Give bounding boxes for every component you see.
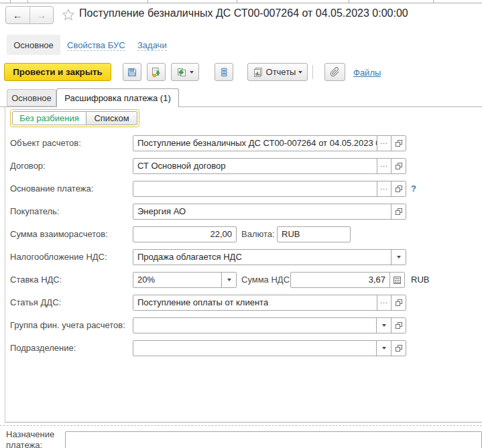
- chevron-down-icon: [298, 71, 302, 74]
- row-settlement-object: Объект расчетов: Поступление безналичных…: [0, 135, 482, 151]
- division-open-button[interactable]: [391, 341, 406, 356]
- row-division: Подразделение:: [0, 340, 482, 356]
- open-in-window-icon: [395, 162, 403, 170]
- settlement-object-open-button[interactable]: [391, 136, 406, 151]
- vat-amount-currency: RUB: [411, 272, 429, 288]
- page-title: Поступление безналичных ДС СТ00-007264 о…: [79, 7, 408, 19]
- currency-value[interactable]: RUB: [278, 227, 350, 242]
- document-window: ← → Поступление безналичных ДС СТ00-0072…: [0, 0, 482, 448]
- vat-amount-input[interactable]: 3,67: [290, 272, 405, 288]
- tab-main[interactable]: Основное: [7, 89, 56, 106]
- history-nav-group: ← →: [5, 6, 54, 24]
- cash-flow-item-value[interactable]: Поступление оплаты от клиента: [133, 295, 377, 310]
- footer-splitter[interactable]: [0, 425, 482, 426]
- vat-taxation-dropdown-button[interactable]: [391, 250, 406, 265]
- division-value[interactable]: [133, 341, 376, 356]
- contract-value[interactable]: СТ Основной договор: [133, 159, 377, 173]
- calculator-icon: [393, 276, 402, 285]
- row-vat-taxation: Налогообложение НДС: Продажа облагается …: [0, 249, 482, 265]
- window-top-edge: [0, 0, 482, 3]
- fin-accounting-group-dropdown-button[interactable]: [376, 318, 391, 333]
- vat-taxation-select[interactable]: Продажа облагается НДС: [133, 249, 406, 265]
- payment-purpose-input[interactable]: [65, 431, 482, 448]
- report-chart-icon: [253, 67, 263, 78]
- create-based-on-icon: [176, 67, 187, 78]
- payment-basis-open-button[interactable]: [391, 181, 406, 196]
- vat-rate-value[interactable]: 20%: [133, 273, 221, 287]
- settlement-amount-input[interactable]: 22,00: [133, 226, 237, 242]
- buyer-open-button[interactable]: [391, 204, 406, 219]
- fin-accounting-group-open-button[interactable]: [391, 318, 406, 333]
- payment-basis-label: Основание платежа:: [10, 181, 93, 197]
- currency-input[interactable]: RUB: [277, 226, 351, 242]
- view-switch-no-split[interactable]: Без разбиения: [12, 111, 86, 125]
- fin-accounting-group-select[interactable]: [133, 317, 406, 333]
- open-in-window-icon: [395, 344, 403, 352]
- payment-basis-input[interactable]: ...: [133, 181, 406, 197]
- settlement-object-input[interactable]: Поступление безналичных ДС СТ00-007264 о…: [133, 135, 406, 151]
- row-cash-flow-item: Статья ДДС: Поступление оплаты от клиент…: [0, 295, 482, 311]
- division-dropdown-button[interactable]: [376, 341, 391, 356]
- vat-rate-dropdown-button[interactable]: [221, 273, 236, 287]
- cash-flow-item-input[interactable]: Поступление оплаты от клиента ...: [133, 295, 406, 311]
- nav-link-tasks[interactable]: Задачи: [137, 40, 167, 51]
- cash-flow-item-open-button[interactable]: [391, 295, 406, 310]
- nav-link-bus-properties[interactable]: Свойства БУС: [67, 40, 125, 51]
- vat-amount-calc-button[interactable]: [389, 273, 404, 287]
- vat-rate-label: Ставка НДС:: [10, 272, 62, 288]
- contract-open-button[interactable]: [391, 159, 406, 173]
- attachments-button[interactable]: [324, 63, 345, 81]
- settlement-object-value[interactable]: Поступление безналичных ДС СТ00-007264 о…: [133, 136, 377, 151]
- vat-amount-value[interactable]: 3,67: [291, 273, 389, 287]
- register-records-button[interactable]: [215, 63, 233, 81]
- settlement-amount-label: Сумма взаиморасчетов:: [10, 226, 108, 242]
- post-document-button[interactable]: [147, 63, 166, 81]
- fin-accounting-group-label: Группа фин. учета расчетов:: [10, 317, 125, 333]
- settlement-amount-value[interactable]: 22,00: [133, 227, 236, 242]
- vat-taxation-value[interactable]: Продажа облагается НДС: [133, 250, 391, 265]
- division-label: Подразделение:: [10, 340, 76, 356]
- post-document-icon: [151, 67, 162, 78]
- buyer-input[interactable]: Энергия АО: [133, 204, 406, 220]
- row-fin-accounting-group: Группа фин. учета расчетов:: [0, 317, 482, 333]
- back-button[interactable]: ←: [6, 7, 29, 23]
- post-and-close-button[interactable]: Провести и закрыть: [4, 63, 111, 81]
- reports-button[interactable]: Отчеты: [247, 63, 308, 81]
- open-in-window-icon: [395, 185, 403, 193]
- chevron-down-icon: [382, 324, 386, 327]
- vat-taxation-label: Налогообложение НДС:: [10, 249, 107, 265]
- division-select[interactable]: [133, 340, 406, 356]
- buyer-value[interactable]: Энергия АО: [133, 204, 391, 219]
- contract-select-button[interactable]: ...: [377, 159, 391, 173]
- fin-accounting-group-value[interactable]: [133, 318, 376, 333]
- settlement-object-select-button[interactable]: ...: [377, 136, 391, 151]
- chevron-down-icon: [227, 279, 231, 281]
- tab-payment-details[interactable]: Расшифровка платежа (1): [56, 88, 179, 107]
- row-contract: Договор: СТ Основной договор ...: [0, 158, 482, 174]
- forward-button[interactable]: →: [29, 7, 54, 23]
- row-vat-rate: Ставка НДС: 20% Сумма НДС: 3,67 RUB: [0, 272, 482, 288]
- payment-basis-select-button[interactable]: ...: [377, 181, 391, 196]
- row-settlement-amount: Сумма взаиморасчетов: 22,00 Валюта: RUB: [0, 226, 482, 242]
- payment-basis-value[interactable]: [133, 181, 377, 196]
- payment-purpose-label: Назначение платежа:: [6, 429, 65, 448]
- contract-input[interactable]: СТ Основной договор ...: [133, 158, 406, 174]
- cash-flow-item-label: Статья ДДС:: [10, 295, 61, 311]
- favorite-star-icon[interactable]: [62, 8, 75, 21]
- payment-basis-help-link[interactable]: ?: [411, 181, 416, 197]
- open-in-window-icon: [395, 208, 403, 216]
- files-link[interactable]: Файлы: [353, 68, 381, 78]
- view-switch-as-list[interactable]: Списком: [86, 111, 137, 125]
- toolbar-separator: [312, 65, 313, 79]
- chevron-down-icon: [382, 347, 386, 350]
- create-based-on-button[interactable]: [171, 63, 199, 81]
- floppy-icon: [127, 67, 137, 78]
- currency-label: Валюта:: [241, 226, 275, 242]
- open-in-window-icon: [395, 139, 403, 147]
- open-in-window-icon: [395, 299, 403, 307]
- nav-tab-main[interactable]: Основное: [7, 35, 60, 55]
- vat-rate-select[interactable]: 20%: [133, 272, 237, 288]
- save-button[interactable]: [123, 63, 141, 81]
- cash-flow-item-select-button[interactable]: ...: [377, 295, 391, 310]
- open-in-window-icon: [395, 321, 403, 329]
